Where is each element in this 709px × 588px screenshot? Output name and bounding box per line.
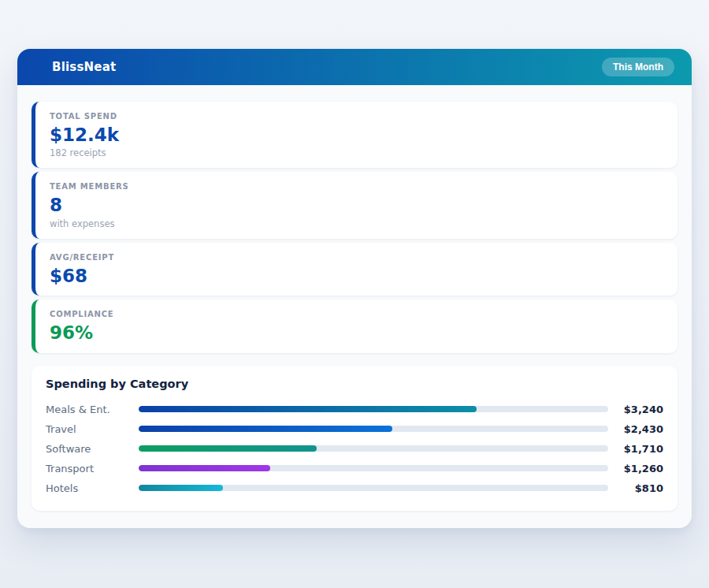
stat-label: AVG/RECEIPT: [50, 253, 663, 262]
stat-card-avg-receipt: AVG/RECEIPT $68: [32, 243, 677, 296]
bar-track: [139, 406, 608, 412]
category-label: Meals & Ent.: [46, 404, 139, 415]
app-header: BlissNeat This Month: [17, 49, 692, 85]
category-label: Hotels: [46, 482, 139, 494]
stat-card-compliance: COMPLIANCE 96%: [32, 300, 677, 352]
chart-row-travel: Travel $2,430: [46, 419, 663, 439]
category-value: $1,260: [616, 463, 663, 474]
bar-fill-hotels: [139, 485, 223, 491]
stat-value: $68: [50, 266, 663, 286]
bar-fill-software: [139, 445, 317, 452]
chart-title: Spending by Category: [46, 378, 663, 390]
app-title: BlissNeat: [52, 60, 116, 74]
stat-card-team-members: TEAM MEMBERS 8 with expenses: [32, 172, 677, 238]
stat-subtext: with expenses: [50, 218, 663, 229]
chart-row-transport: Transport $1,260: [46, 459, 663, 478]
bar-fill-meals: [139, 406, 477, 412]
spending-by-category-card: Spending by Category Meals & Ent. $3,240…: [32, 366, 677, 511]
stat-label: TEAM MEMBERS: [50, 182, 663, 191]
bar-track: [139, 485, 608, 491]
category-label: Transport: [46, 463, 139, 474]
chart-row-meals: Meals & Ent. $3,240: [46, 400, 663, 419]
bar-track: [139, 445, 608, 452]
category-label: Travel: [46, 423, 139, 435]
category-value: $810: [616, 482, 663, 494]
stat-label: COMPLIANCE: [50, 310, 663, 318]
category-value: $3,240: [616, 404, 663, 415]
chart-row-software: Software $1,710: [46, 439, 663, 459]
bar-fill-travel: [139, 426, 392, 432]
period-badge[interactable]: This Month: [602, 58, 674, 76]
stat-label: TOTAL SPEND: [50, 112, 663, 121]
stat-value: 8: [50, 195, 663, 215]
category-value: $1,710: [616, 443, 663, 455]
chart-row-hotels: Hotels $810: [46, 478, 663, 498]
dashboard-card: BlissNeat This Month TOTAL SPEND $12.4k …: [17, 49, 692, 528]
bar-fill-transport: [139, 465, 270, 471]
bar-track: [139, 426, 608, 432]
stats-section: TOTAL SPEND $12.4k 182 receipts TEAM MEM…: [17, 85, 692, 353]
bar-track: [139, 465, 608, 471]
category-label: Software: [46, 443, 139, 455]
stat-value: $12.4k: [50, 125, 663, 145]
stat-subtext: 182 receipts: [50, 147, 663, 158]
category-value: $2,430: [616, 423, 663, 435]
stat-card-total-spend: TOTAL SPEND $12.4k 182 receipts: [32, 102, 677, 168]
stat-value: 96%: [50, 322, 663, 343]
